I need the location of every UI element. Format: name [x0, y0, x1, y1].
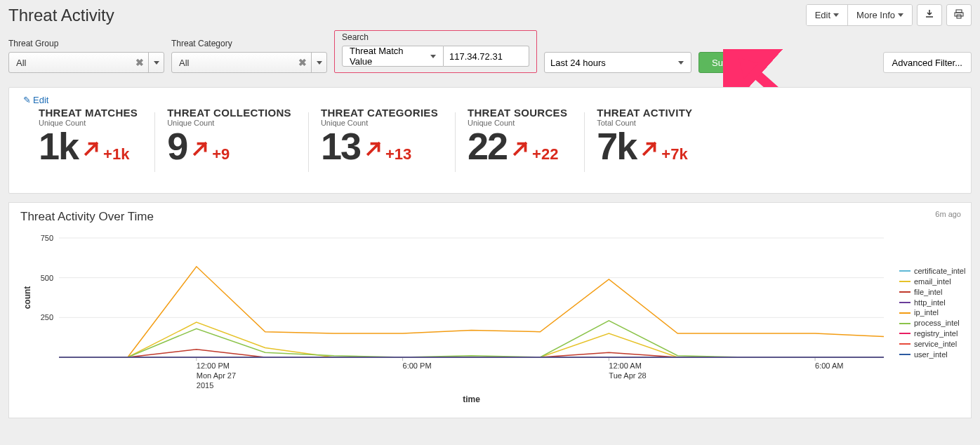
search-label: Search [342, 32, 529, 42]
chart-svg[interactable]: 25050075012:00 PMMon Apr 2720156:00 PM12… [20, 231, 891, 406]
trend-up-icon [510, 138, 531, 164]
metric-title: THREAT ACTIVITY [597, 107, 692, 119]
legend-item[interactable]: http_intel [899, 298, 965, 308]
svg-text:500: 500 [41, 274, 53, 282]
legend-swatch [899, 281, 911, 282]
metric-title: THREAT SOURCES [468, 107, 567, 119]
metrics-panel: Edit THREAT MATCHESUnique Count1k+1kTHRE… [8, 87, 972, 194]
trend-up-icon [363, 138, 384, 164]
threat-category-label: Threat Category [171, 39, 327, 48]
legend-item[interactable]: process_intel [899, 318, 965, 328]
metric-delta-value: +1k [103, 145, 129, 164]
metric-value: 7k [597, 127, 636, 165]
download-icon [925, 9, 934, 21]
chart-title: Threat Activity Over Time [20, 210, 960, 224]
legend-item[interactable]: user_intel [899, 350, 965, 360]
legend-item[interactable]: certificate_intel [899, 266, 965, 277]
legend-item[interactable]: file_intel [899, 287, 965, 298]
legend-item[interactable]: service_intel [899, 339, 965, 350]
chart-panel: Threat Activity Over Time 6m ago 2505007… [8, 202, 972, 418]
time-range-value: Last 24 hours [550, 58, 606, 68]
legend-swatch [899, 354, 911, 355]
metric-value: 13 [321, 127, 360, 165]
metric-title: THREAT COLLECTIONS [167, 107, 291, 119]
legend-swatch [899, 343, 911, 345]
legend-swatch [899, 270, 911, 272]
chart-age: 6m ago [935, 210, 961, 218]
svg-text:2015: 2015 [197, 381, 213, 390]
svg-text:time: time [463, 394, 480, 404]
clear-icon[interactable]: ✖ [298, 57, 307, 68]
svg-text:Tue Apr 28: Tue Apr 28 [609, 371, 646, 380]
search-input[interactable] [444, 46, 529, 67]
threat-group-dropdown[interactable]: All ✖ [8, 52, 164, 73]
chart-legend: certificate_intelemail_intelfile_intelht… [891, 231, 965, 406]
edit-button[interactable]: Edit [807, 5, 848, 25]
legend-label: user_intel [914, 350, 948, 360]
metric-card[interactable]: THREAT SOURCESUnique Count22+22 [459, 107, 588, 165]
search-block: Search Threat Match Value [334, 30, 537, 73]
search-type-label: Threat Match Value [350, 46, 426, 67]
clear-icon[interactable]: ✖ [135, 57, 144, 68]
print-button[interactable] [946, 4, 972, 26]
metric-card[interactable]: THREAT MATCHESUnique Count1k+1k [30, 107, 159, 165]
legend-label: process_intel [914, 318, 960, 328]
trend-up-icon [639, 138, 660, 164]
legend-label: registry_intel [914, 328, 958, 339]
chevron-down-icon[interactable] [311, 53, 326, 72]
legend-item[interactable]: registry_intel [899, 328, 965, 339]
legend-label: ip_intel [914, 307, 939, 318]
chevron-down-icon [833, 13, 839, 17]
legend-item[interactable]: ip_intel [899, 307, 965, 318]
legend-label: email_intel [914, 277, 951, 287]
legend-label: http_intel [914, 298, 946, 308]
metric-delta-value: +9 [212, 145, 230, 164]
metric-delta-value: +7k [661, 145, 687, 164]
metrics-edit-link[interactable]: Edit [9, 93, 48, 107]
svg-text:6:00 PM: 6:00 PM [403, 361, 432, 370]
submit-button[interactable]: Submit [698, 52, 753, 73]
legend-item[interactable]: email_intel [899, 277, 965, 287]
svg-text:750: 750 [41, 234, 53, 242]
svg-text:12:00 PM: 12:00 PM [197, 361, 230, 370]
svg-rect-0 [956, 10, 962, 13]
metric-value: 22 [468, 127, 507, 165]
svg-text:250: 250 [41, 313, 53, 321]
chevron-down-icon [678, 61, 684, 65]
legend-swatch [899, 323, 911, 324]
legend-swatch [899, 302, 911, 303]
more-info-button[interactable]: More Info [848, 5, 912, 25]
metric-card[interactable]: THREAT ACTIVITYTotal Count7k+7k [588, 107, 713, 165]
trend-up-icon [190, 138, 211, 164]
legend-swatch [899, 291, 911, 293]
metric-card[interactable]: THREAT COLLECTIONSUnique Count9+9 [159, 107, 312, 165]
svg-text:Mon Apr 27: Mon Apr 27 [197, 371, 236, 380]
search-type-dropdown[interactable]: Threat Match Value [342, 46, 444, 67]
legend-swatch [899, 333, 911, 334]
threat-category-dropdown[interactable]: All ✖ [171, 52, 327, 73]
trend-up-icon [81, 138, 102, 164]
metric-delta-value: +13 [385, 145, 411, 164]
threat-group-value: All [9, 58, 148, 68]
metric-delta: +22 [510, 138, 558, 164]
threat-group-label: Threat Group [8, 39, 164, 48]
print-icon [954, 9, 964, 21]
legend-label: certificate_intel [914, 266, 965, 277]
download-button[interactable] [917, 4, 942, 26]
metric-card[interactable]: THREAT CATEGORIESUnique Count13+13 [312, 107, 459, 165]
metric-value: 9 [167, 127, 187, 165]
metric-delta: +7k [639, 138, 687, 164]
metric-delta: +9 [190, 138, 230, 164]
more-info-label: More Info [856, 10, 895, 20]
advanced-filter-button[interactable]: Advanced Filter... [883, 52, 972, 73]
svg-text:6:00 AM: 6:00 AM [815, 361, 843, 370]
metric-delta: +13 [363, 138, 411, 164]
chevron-down-icon [898, 13, 903, 17]
time-range-dropdown[interactable]: Last 24 hours [544, 52, 691, 73]
metric-delta-value: +22 [532, 145, 558, 164]
legend-label: service_intel [914, 339, 957, 350]
chevron-down-icon [430, 55, 436, 58]
header-button-group: Edit More Info [806, 4, 913, 26]
metric-title: THREAT MATCHES [39, 107, 138, 119]
chevron-down-icon[interactable] [148, 53, 164, 72]
